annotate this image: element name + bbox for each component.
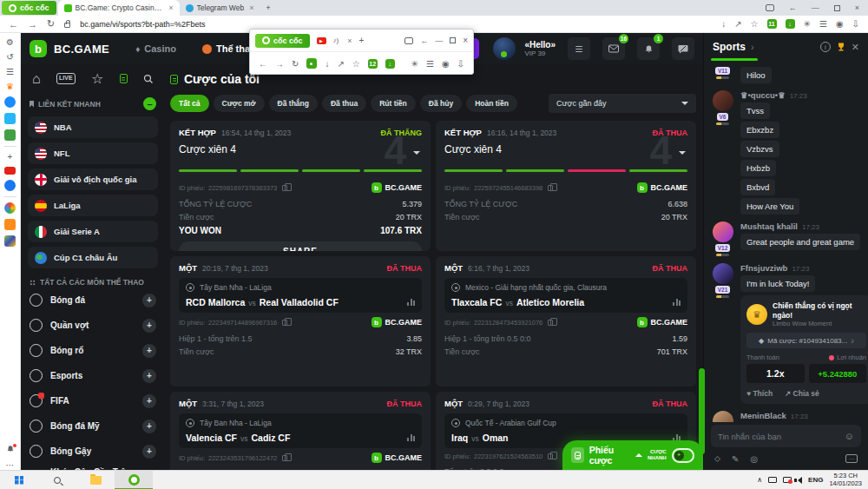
chat-room-title[interactable]: Sports (713, 41, 746, 53)
sidebar-item-football[interactable]: Bóng đá + (28, 287, 158, 313)
maximize-button[interactable] (450, 37, 456, 43)
coccoc-taskbar-button[interactable] (115, 471, 153, 489)
nav-casino[interactable]: ♦ Casino (135, 43, 176, 54)
copy-icon[interactable] (548, 185, 553, 191)
expand-plus-button[interactable]: + (142, 344, 156, 358)
downloads-tray-icon[interactable]: ⇩ (852, 19, 859, 29)
match-box[interactable]: Mexico - Giải hạng nhất quốc gia, Clausu… (444, 278, 687, 313)
reading-list-icon[interactable]: ☰ (6, 67, 14, 76)
like-button[interactable]: ♥ Thích (746, 389, 773, 398)
extension-icon[interactable]: ✳ (804, 19, 811, 29)
betslip-button[interactable]: Phiếu cược CƯỢC NHANH + (562, 440, 703, 470)
copy-icon[interactable] (282, 185, 287, 191)
sidebar-item-cricket[interactable]: Bóng Gậy + (28, 439, 158, 464)
downloader-badge-icon[interactable]: 11 (767, 19, 777, 29)
sidebar-item-laliga[interactable]: LaLiga (28, 195, 158, 216)
notification-bell-icon[interactable] (6, 445, 15, 455)
download-extension-icon[interactable]: ↓ (786, 19, 795, 29)
settings-gear-icon[interactable]: ⚙ (6, 37, 14, 47)
bet-card-combo-lost[interactable]: KẾT HỢP 16:16, 14 thg 1, 2023 ĐÃ THUA Cư… (436, 121, 696, 251)
expand-plus-button[interactable]: + (142, 294, 156, 307)
avatar[interactable] (713, 221, 733, 242)
stats-chart-icon[interactable] (673, 299, 681, 306)
coccoc-menu-button[interactable]: cốc cốc (255, 34, 310, 48)
back-icon[interactable]: ← (259, 59, 267, 69)
crown-hot-icon[interactable]: ♛ (6, 82, 14, 91)
file-explorer-button[interactable] (76, 471, 115, 489)
new-tab-button[interactable]: + (260, 0, 276, 16)
coin-icon[interactable]: ◎ (750, 454, 758, 464)
chat-username[interactable]: ♛•quccu•♛ (740, 90, 786, 100)
language-indicator[interactable]: ENG (808, 476, 823, 484)
notifications-button[interactable]: 1 (637, 37, 660, 60)
profile-icon[interactable]: ◉ (836, 19, 844, 29)
tab-search-icon[interactable] (766, 4, 774, 11)
address-url[interactable]: bc.game/vi/sports?bt-path=%2Fbets (80, 20, 205, 29)
sidebar-item-basketball[interactable]: Bóng rổ + (28, 338, 158, 363)
youtube-icon[interactable] (4, 167, 16, 175)
trophy-icon[interactable] (836, 42, 846, 52)
chat-username[interactable]: Ffnsjuvziwb (740, 263, 787, 273)
bcgame-logo-text[interactable]: BC.GAME (54, 43, 109, 56)
expand-plus-button[interactable]: + (142, 445, 156, 459)
expand-plus-button[interactable]: + (142, 319, 156, 333)
dice-icon[interactable]: ⬦ (714, 453, 720, 464)
close-button[interactable]: × (855, 3, 859, 12)
sort-dropdown[interactable]: Cược gần đây (549, 94, 696, 113)
chat-username[interactable]: MeninBlack (740, 411, 786, 420)
new-tab-button[interactable]: + (358, 36, 364, 45)
sidebar-item-nba[interactable]: NBA (28, 116, 158, 138)
expand-plus-button[interactable]: + (142, 394, 156, 408)
share-icon[interactable]: ↗ (337, 59, 344, 69)
tab-telegram[interactable]: Telegram Web × (180, 0, 260, 16)
close-chat-icon[interactable]: ✕ (852, 42, 859, 53)
win-share-card[interactable]: ♛ Chiến thắng có vị ngọt ngào! Limbo Wow… (740, 295, 868, 404)
nav-sports[interactable]: Thể thao (202, 43, 256, 54)
sidebar-item-american-football[interactable]: Bóng đá Mỹ + (28, 413, 158, 439)
expand-chevron-icon[interactable] (413, 151, 420, 158)
facebook-icon[interactable] (4, 180, 16, 191)
chat-message-input[interactable] (718, 432, 845, 441)
sidebar-item-nfl[interactable]: NFL (28, 142, 158, 164)
taskbar-clock[interactable]: 5:23 CH 14/01/2023 (829, 472, 862, 487)
bet-card-combo-won[interactable]: KẾT HỢP 16:54, 14 thg 1, 2023 ĐÃ THẮNG C… (170, 121, 431, 251)
lock-icon[interactable] (64, 23, 70, 28)
tab-search-icon[interactable] (404, 37, 413, 44)
downloader-badge-icon[interactable]: 12 (368, 59, 378, 69)
taskbar-search-button[interactable] (38, 471, 76, 489)
bcgame-logo-icon[interactable]: b (30, 40, 47, 57)
copy-icon[interactable] (548, 320, 553, 326)
emoji-icon[interactable]: ☺ (845, 431, 854, 441)
close-button[interactable]: × (463, 36, 468, 45)
sidebar-item-fifa[interactable]: FIFA + (28, 388, 158, 413)
filter-won[interactable]: Đã thắng (269, 95, 318, 112)
minimize-button[interactable]: — (812, 3, 819, 12)
bookmark-star-icon[interactable]: ☆ (352, 59, 360, 69)
maximize-button[interactable] (834, 5, 840, 11)
bet-card-single[interactable]: MỘT 6:16, 7 thg 1, 2023 ĐÃ THUA Mexico -… (436, 256, 696, 387)
info-icon[interactable]: i (820, 42, 831, 52)
live-icon[interactable]: LIVE (56, 73, 76, 84)
campaign-arrow-icon[interactable]: ← (789, 3, 797, 12)
share-button[interactable]: SHARE (179, 241, 422, 251)
expand-plus-button[interactable]: + (142, 369, 156, 383)
copy-icon[interactable] (282, 320, 287, 326)
avatar[interactable] (713, 263, 733, 284)
expand-chevron-icon[interactable] (679, 151, 686, 158)
games-icon[interactable] (4, 129, 16, 141)
tab-close-icon[interactable]: × (168, 3, 173, 12)
chevron-right-icon[interactable]: › (751, 42, 754, 52)
back-icon[interactable]: ← (9, 19, 18, 30)
chat-toggle-button[interactable] (672, 37, 694, 60)
tab-close-icon[interactable]: × (249, 3, 253, 12)
mini-browser-window[interactable]: cốc cốc ▶ ♪) × + ← — × ← → ↻ ↓ ↗ ☆ 12 ↓ … (249, 29, 474, 75)
filter-all[interactable]: Tất cả (170, 95, 209, 112)
my-bets-icon[interactable] (120, 74, 128, 83)
start-button[interactable] (0, 471, 38, 489)
sidebar-item-esports[interactable]: Esports + (28, 363, 158, 388)
filter-lost[interactable]: Đã thua (322, 95, 366, 112)
flow-icon[interactable]: ☰ (426, 59, 434, 69)
messenger-icon[interactable] (4, 96, 16, 108)
filter-cancelled[interactable]: Đã hủy (420, 95, 462, 112)
home-icon[interactable]: ⌂ (32, 71, 41, 87)
